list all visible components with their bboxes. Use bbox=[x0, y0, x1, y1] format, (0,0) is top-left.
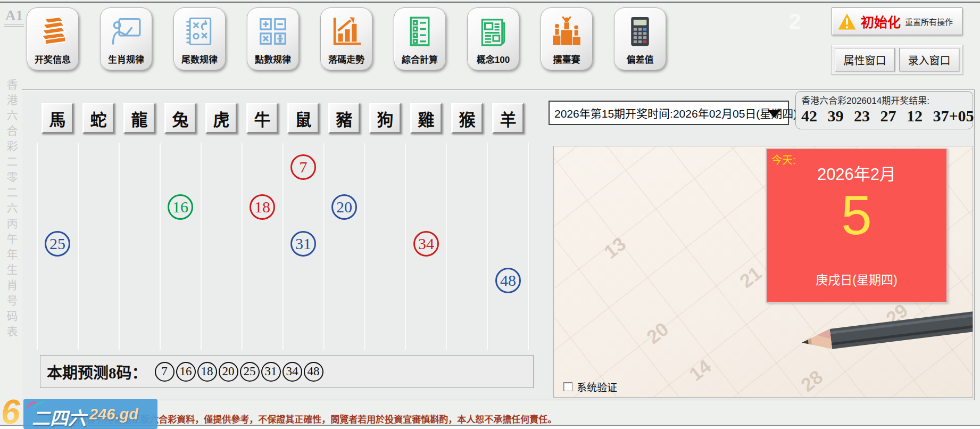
app-window: { "window": { "corner_label": "A1", "fai… bbox=[0, 0, 980, 429]
grid-column-separator bbox=[242, 143, 243, 350]
watermark-domain: 246.gd bbox=[89, 406, 138, 423]
prediction-number-48: 48 bbox=[304, 362, 323, 382]
entry-window-button[interactable]: 录入窗口 bbox=[899, 48, 959, 71]
grid-column-separator bbox=[405, 143, 406, 350]
draw-results-title: 香港六合彩2026014期开奖结果: bbox=[801, 93, 967, 106]
watermark-badge: 二四六 246.gd bbox=[23, 399, 157, 429]
toolbar-button-label: 綜合計算 bbox=[402, 52, 438, 65]
init-button-subtitle: 重置所有操作 bbox=[905, 16, 953, 27]
zodiac-button-5[interactable]: 虎 bbox=[205, 103, 237, 134]
zodiac-button-1[interactable]: 馬 bbox=[41, 103, 73, 134]
grid-number-7: 7 bbox=[290, 154, 316, 180]
grid-column-separator bbox=[37, 143, 38, 350]
prediction-number-34: 34 bbox=[283, 362, 302, 382]
zodiac-button-2[interactable]: 蛇 bbox=[82, 103, 114, 134]
system-verify-checkbox[interactable] bbox=[563, 382, 572, 391]
top-border-line bbox=[0, 2, 980, 3]
grid-column-separator bbox=[119, 143, 120, 350]
toolbar-button-label: 概念100 bbox=[477, 52, 510, 65]
zodiac-button-11[interactable]: 猴 bbox=[451, 103, 483, 134]
chevron-down-icon[interactable] bbox=[768, 110, 780, 118]
toolbar-button-label: 尾数规律 bbox=[181, 52, 218, 65]
prediction-number-7: 7 bbox=[155, 362, 175, 382]
toolbar: 开奖信息生肖规律尾数规律點數规律落碼走勢綜合計算概念100擂臺賽偏差值 bbox=[27, 7, 666, 70]
prediction-number-31: 31 bbox=[261, 362, 281, 382]
grid-column-separator bbox=[323, 143, 325, 350]
prediction-number-18: 18 bbox=[197, 362, 217, 382]
faint-watermark-digit: 2 bbox=[789, 10, 801, 34]
math-operators-icon bbox=[256, 15, 289, 48]
toolbar-button-shengxiao[interactable]: 生肖规律 bbox=[100, 7, 152, 70]
zodiac-button-3[interactable]: 龍 bbox=[123, 103, 155, 134]
grid-number-34: 34 bbox=[413, 231, 439, 257]
podium-icon bbox=[550, 15, 583, 48]
grid-column-separator bbox=[78, 143, 79, 350]
zodiac-button-8[interactable]: 豬 bbox=[328, 103, 360, 134]
init-button-title: 初始化 bbox=[861, 12, 901, 31]
zodiac-button-10[interactable]: 雞 bbox=[410, 103, 442, 134]
corner-label: A1 bbox=[4, 7, 24, 27]
grid-column-separator bbox=[487, 143, 488, 350]
prediction-numbers: 716182025313448 bbox=[155, 362, 323, 382]
toolbar-button-label: 點數规律 bbox=[255, 52, 291, 65]
zodiac-number-grid: 716182025313448 bbox=[22, 90, 560, 401]
calendar-day-detail: 庚戌日(星期四) bbox=[767, 270, 946, 288]
zodiac-button-4[interactable]: 兔 bbox=[164, 103, 196, 134]
zodiac-button-9[interactable]: 狗 bbox=[369, 103, 401, 134]
toolbar-button-leitai[interactable]: 擂臺賽 bbox=[541, 7, 593, 70]
watermark-six: 6 bbox=[1, 395, 20, 429]
calendar-faint-number: 20 bbox=[642, 318, 672, 349]
warning-triangle-icon bbox=[837, 13, 857, 30]
toolbar-button-piancha[interactable]: 偏差值 bbox=[614, 7, 666, 70]
prediction-number-20: 20 bbox=[219, 362, 238, 382]
period-dropdown[interactable]: 2026年第15期开奖时间:2026年02月05日(星期四) bbox=[549, 101, 789, 125]
grid-column-separator bbox=[201, 143, 202, 350]
prediction-number-25: 25 bbox=[240, 362, 260, 382]
draw-results-box: 香港六合彩2026014期开奖结果: 42 39 23 27 12 37+05 bbox=[795, 91, 973, 129]
grid-number-31: 31 bbox=[290, 231, 316, 257]
toolbar-button-weishu[interactable]: 尾数规律 bbox=[173, 7, 226, 70]
toolbar-button-zonghe[interactable]: 綜合計算 bbox=[394, 7, 446, 70]
calendar-day: 5 bbox=[767, 187, 946, 243]
grid-number-18: 18 bbox=[250, 194, 275, 220]
toolbar-button-label: 落碼走勢 bbox=[328, 52, 364, 65]
zodiac-button-12[interactable]: 羊 bbox=[492, 103, 524, 134]
window-buttons-group: 属性窗口 录入窗口 bbox=[831, 45, 963, 75]
grid-column-separator bbox=[446, 143, 447, 350]
toolbar-button-luoma[interactable]: 落碼走勢 bbox=[320, 7, 372, 70]
main-panel: 716182025313448 馬蛇龍兔虎牛鼠豬狗雞猴羊 2026年第15期开奖… bbox=[22, 89, 975, 400]
grid-number-48: 48 bbox=[495, 268, 521, 293]
calendar-faint-number: 13 bbox=[600, 233, 630, 263]
pencil-image bbox=[780, 301, 973, 365]
prediction-label: 本期预测8码： bbox=[47, 360, 147, 383]
period-dropdown-value: 2026年第15期开奖时间:2026年02月05日(星期四) bbox=[554, 105, 797, 121]
grid-number-16: 16 bbox=[168, 194, 193, 220]
grid-column-separator bbox=[528, 143, 529, 350]
grid-number-20: 20 bbox=[331, 194, 357, 220]
zodiac-button-7[interactable]: 鼠 bbox=[287, 103, 319, 134]
calendar-panel: 1321202229142823 今天: 2026年2月 5 庚戌日(星期四) … bbox=[553, 146, 973, 398]
calendar-month: 2026年2月 bbox=[767, 161, 946, 185]
grid-column-separator bbox=[160, 143, 161, 350]
toolbar-button-label: 开奖信息 bbox=[35, 52, 71, 65]
system-verify-label: 系统验证 bbox=[577, 380, 617, 394]
calculator-icon bbox=[624, 15, 657, 48]
toolbar-button-label: 擂臺賽 bbox=[553, 52, 580, 65]
system-verify-row: 系统验证 bbox=[563, 380, 617, 394]
toolbar-button-label: 生肖规律 bbox=[108, 52, 144, 65]
properties-window-button[interactable]: 属性窗口 bbox=[835, 48, 895, 71]
toolbar-button-gainian[interactable]: 概念100 bbox=[467, 7, 519, 70]
calendar-faint-number: 14 bbox=[685, 355, 715, 386]
prediction-box: 本期预测8码： 716182025313448 bbox=[40, 355, 534, 388]
calendar-faint-number: 28 bbox=[796, 366, 827, 397]
teacher-board-icon bbox=[110, 15, 143, 48]
toolbar-button-dianshu[interactable]: 點數规律 bbox=[247, 7, 299, 70]
books-icon bbox=[36, 15, 69, 48]
strategy-notebook-icon bbox=[183, 15, 216, 48]
toolbar-button-kaijiang[interactable]: 开奖信息 bbox=[27, 7, 79, 70]
init-button[interactable]: 初始化 重置所有操作 bbox=[832, 7, 962, 35]
zodiac-button-6[interactable]: 牛 bbox=[246, 103, 278, 134]
side-vertical-title: 香港六合彩二零二六丙午年生肖号码表 bbox=[3, 79, 19, 350]
watermark-brand: 二四六 bbox=[32, 404, 86, 429]
draw-results-numbers: 42 39 23 27 12 37+05 bbox=[801, 107, 967, 125]
